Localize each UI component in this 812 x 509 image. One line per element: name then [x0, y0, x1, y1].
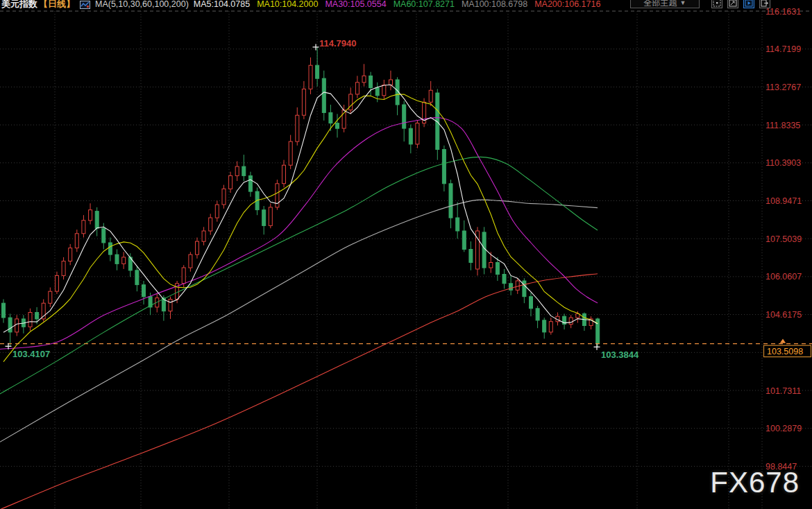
candle — [242, 155, 246, 181]
low-price-annotation: 103.3844 — [601, 350, 639, 360]
axis-price-label: 101.7311 — [766, 386, 801, 396]
candle — [82, 215, 85, 237]
axis-price-label: 111.8335 — [766, 121, 800, 130]
chevron-down-icon: ▼ — [680, 0, 686, 6]
candle — [469, 241, 473, 270]
candle — [509, 275, 513, 295]
low-price-annotation: 103.4107 — [12, 349, 50, 359]
candle — [189, 252, 192, 271]
ma-value-label: MA100:108.6798 — [462, 0, 527, 9]
candle — [429, 81, 432, 106]
candle — [416, 121, 419, 148]
ma5-line — [3, 85, 598, 332]
themes-dropdown[interactable]: 全部主题 ▼ — [630, 0, 700, 8]
candle — [28, 309, 32, 331]
candle — [248, 172, 252, 197]
chart-play-icon[interactable] — [743, 0, 754, 8]
extreme-marker-icon — [313, 44, 319, 50]
candle — [316, 47, 319, 87]
candle — [15, 315, 19, 336]
current-price-tag: 103.5098 — [764, 339, 811, 357]
candle — [169, 297, 172, 319]
candle — [135, 266, 139, 291]
candle — [89, 203, 92, 224]
candle — [589, 316, 593, 329]
candle — [482, 227, 486, 274]
candle — [142, 281, 146, 304]
candle — [536, 306, 539, 328]
ma-values: MA5:104.0785MA10:104.2000MA30:105.0554MA… — [194, 0, 601, 9]
candle — [215, 200, 219, 221]
candle — [389, 71, 393, 90]
candle — [122, 252, 126, 269]
chart-export-icon[interactable] — [759, 0, 770, 8]
candle — [62, 257, 65, 279]
candle — [362, 64, 366, 86]
candle — [56, 272, 59, 294]
candle — [549, 318, 552, 335]
candle — [382, 80, 386, 100]
candle — [115, 250, 119, 270]
candle — [322, 71, 325, 121]
instrument-title: 美元指数 — [1, 0, 37, 10]
candle — [349, 87, 353, 114]
candle — [442, 146, 446, 191]
candle — [22, 315, 25, 334]
price-up-arrow-icon — [780, 339, 786, 343]
candle — [530, 293, 533, 316]
axis-price-label: 106.0607 — [766, 272, 802, 282]
ma-value-label: MA200:106.1716 — [534, 0, 600, 9]
candle — [476, 227, 480, 275]
ma-value-label: MA60:107.8271 — [394, 0, 455, 9]
themes-dropdown-label: 全部主题 — [644, 0, 677, 9]
axis-price-label: 110.3903 — [766, 158, 801, 168]
candle — [202, 227, 205, 245]
candle — [396, 77, 399, 115]
watermark: FX678 — [710, 466, 800, 499]
candle — [8, 313, 12, 346]
candle — [462, 221, 466, 252]
candle — [269, 203, 272, 228]
candle — [336, 114, 339, 137]
candle — [409, 125, 412, 154]
candle — [95, 207, 99, 236]
price-axis: 116.1631114.7199113.2767111.8335110.3903… — [766, 7, 802, 472]
axis-price-label: 100.2879 — [766, 424, 802, 433]
candle — [69, 244, 72, 265]
chart-window-icon[interactable] — [727, 0, 738, 8]
candle — [128, 253, 132, 277]
multi-chart-icon[interactable] — [711, 0, 722, 8]
candle — [196, 238, 199, 259]
chart-header: 美元指数 【日线】 MA(5,10,30,60,100,200) MA5:104… — [1, 0, 600, 10]
candle — [309, 58, 312, 94]
ma-value-label: MA30:105.0554 — [325, 0, 386, 9]
candle — [289, 135, 292, 169]
candle — [2, 300, 6, 323]
candle — [502, 269, 506, 289]
candle — [108, 238, 112, 261]
candle — [75, 230, 78, 252]
candle — [276, 180, 279, 210]
current-price-value: 103.5098 — [767, 347, 803, 356]
chart-window: 116.1631114.7199113.2767111.8335110.3903… — [0, 0, 812, 509]
candle — [209, 214, 212, 234]
axis-price-label: 116.1631 — [766, 7, 801, 17]
candle — [49, 288, 52, 307]
candle — [355, 76, 359, 98]
candle — [282, 160, 286, 188]
chart-toolbar: 全部主题 ▼ — [630, 0, 770, 8]
candle — [403, 101, 406, 141]
price-chart[interactable]: 116.1631114.7199113.2767111.8335110.3903… — [0, 0, 812, 509]
candle — [543, 318, 546, 338]
period-label: 【日线】 — [39, 0, 75, 10]
candle — [262, 206, 266, 234]
axis-price-label: 108.9471 — [766, 196, 802, 206]
candle — [222, 185, 226, 209]
candle — [582, 313, 586, 331]
candles — [2, 47, 600, 347]
axis-price-label: 107.5039 — [766, 234, 802, 244]
candle — [456, 202, 459, 239]
candle — [235, 162, 239, 182]
axis-price-label: 104.6175 — [766, 310, 802, 320]
candle — [296, 107, 299, 146]
